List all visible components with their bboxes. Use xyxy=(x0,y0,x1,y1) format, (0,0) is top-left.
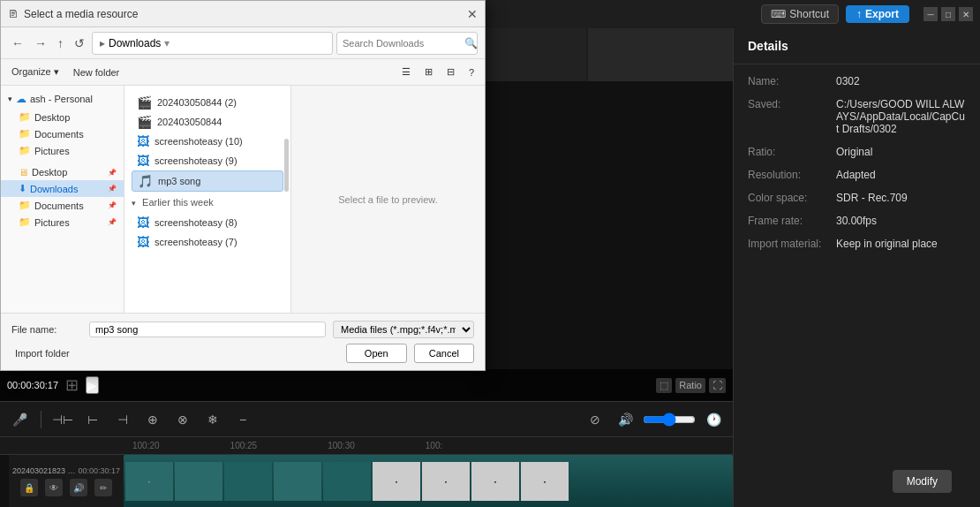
split-button[interactable]: ⊣⊢ xyxy=(50,407,75,432)
file-row-0[interactable]: 🎬 202403050844 (2) xyxy=(132,93,283,112)
import-value: Keep in original place xyxy=(836,238,966,250)
import-folder-button[interactable]: Import folder xyxy=(11,344,73,363)
fullscreen-button[interactable]: ⛶ xyxy=(709,378,726,393)
volume-button[interactable]: 🔊 xyxy=(613,407,637,432)
new-folder-button[interactable]: New folder xyxy=(70,65,124,79)
lock-icon[interactable]: 🔒 xyxy=(20,479,38,496)
trim-button[interactable]: ⊢ xyxy=(80,407,105,432)
eye-icon[interactable]: 👁 xyxy=(45,479,63,496)
filename-input[interactable] xyxy=(89,322,326,337)
dialog-bottom: File name: Media files (*.mpg;*.f4v;*.mo… xyxy=(1,313,485,370)
detail-ratio-row: Ratio: Original xyxy=(748,146,966,158)
sidebar-label-pictures-2: Pictures xyxy=(34,217,70,228)
sidebar-item-pictures-1[interactable]: 📁 Pictures xyxy=(1,142,124,159)
dialog-close-button[interactable]: ✕ xyxy=(467,7,478,21)
filetype-select[interactable]: Media files (*.mpg;*.f4v;*.mov;* xyxy=(333,321,474,338)
dialog-title-text: Select a media resource xyxy=(24,8,462,20)
organize-button[interactable]: Organize ▾ xyxy=(8,64,63,79)
preview-controls: ⬚ Ratio ⛶ xyxy=(656,378,726,393)
view-list-button[interactable]: ☰ xyxy=(398,64,414,79)
forward-button[interactable]: → xyxy=(31,34,50,52)
file-row-4[interactable]: 🎵 mp3 song xyxy=(132,170,283,192)
up-button[interactable]: ↑ xyxy=(54,34,67,52)
modify-button[interactable]: Modify xyxy=(893,470,952,493)
expand-icon: ▾ xyxy=(8,95,12,103)
help-button[interactable]: ? xyxy=(465,65,478,79)
minimize-button[interactable]: ─ xyxy=(923,7,938,21)
ratio-button[interactable]: Ratio xyxy=(675,378,705,393)
sidebar-label-pictures-1: Pictures xyxy=(34,146,70,156)
track-name: 202403021823 (1).mp4 xyxy=(12,466,78,475)
sidebar-item-downloads[interactable]: ⬇ Downloads 📌 xyxy=(1,180,124,197)
track-content[interactable]: ▪ ▪ ▪ ▪ ▪ xyxy=(124,455,733,507)
breadcrumb-text: Downloads xyxy=(109,37,161,49)
colorspace-value: SDR - Rec.709 xyxy=(836,192,966,204)
track-label-top: 202403021823 (1).mp4 00:00:30:17 xyxy=(12,466,120,475)
crop-button[interactable]: ⬚ xyxy=(656,378,672,393)
volume-slider[interactable] xyxy=(643,412,696,427)
sidebar-label-desktop-2: Desktop xyxy=(32,167,67,178)
open-button[interactable]: Open xyxy=(346,344,407,363)
minus-button[interactable]: − xyxy=(230,407,255,432)
sidebar-item-documents-1[interactable]: 📁 Documents xyxy=(1,125,124,142)
toolbar-row: 🎤 ⊣⊢ ⊢ ⊣ ⊕ ⊗ ❄ − ⊘ 🔊 🕐 xyxy=(0,401,733,436)
folder-icon-1: 📁 xyxy=(19,111,31,123)
sidebar-label-desktop-1: Desktop xyxy=(34,112,70,123)
sidebar-item-desktop-1[interactable]: 📁 Desktop xyxy=(1,109,124,125)
file-row-2[interactable]: 🖼 screenshoteasy (10) xyxy=(132,132,283,151)
name-label: Name: xyxy=(748,75,836,87)
shortcut-button[interactable]: ⌨ Shortcut xyxy=(761,4,839,24)
view-details-button[interactable]: ⊟ xyxy=(443,64,458,79)
trim-right-button[interactable]: ⊣ xyxy=(110,407,135,432)
sidebar-label-downloads: Downloads xyxy=(30,184,78,194)
dialog-preview-hint: Select a file to preview. xyxy=(338,194,438,205)
earlier-section-label: ▾ Earlier this week xyxy=(132,195,283,209)
search-input[interactable] xyxy=(343,38,464,49)
view-grid-button[interactable]: ⊞ xyxy=(421,64,436,79)
sidebar-item-documents-2[interactable]: 📁 Documents 📌 xyxy=(1,197,124,214)
refresh-button[interactable]: ↺ xyxy=(71,34,88,52)
sidebar-item-desktop-2[interactable]: 🖥 Desktop 📌 xyxy=(1,164,124,180)
play-button[interactable]: ▶ xyxy=(86,376,99,394)
saved-value: C:/Users/GOOD WILL ALWAYS/AppData/Local/… xyxy=(836,98,966,135)
track-label: 202403021823 (1).mp4 00:00:30:17 🔒 👁 🔊 ✏ xyxy=(9,455,124,507)
filename-row: File name: Media files (*.mpg;*.f4v;*.mo… xyxy=(11,321,474,338)
details-body: Name: 0302 Saved: C:/Users/GOOD WILL ALW… xyxy=(734,64,980,456)
edit-icon[interactable]: ✏ xyxy=(94,479,112,496)
sidebar-group-root[interactable]: ▾ ☁ ash - Personal xyxy=(1,89,124,109)
mic-button[interactable]: 🎤 xyxy=(7,407,32,432)
file-name-1: 202403050844 xyxy=(157,117,278,127)
framerate-value: 30.00fps xyxy=(836,215,966,227)
maximize-button[interactable]: □ xyxy=(941,7,955,21)
file-row-earlier-1[interactable]: 🖼 screenshoteasy (7) xyxy=(132,232,283,252)
dialog-file-area[interactable]: 🎬 202403050844 (2) 🎬 202403050844 🖼 scre… xyxy=(124,86,290,313)
copy-button[interactable]: ⊕ xyxy=(140,407,165,432)
pin-icon-3: 📌 xyxy=(108,201,117,209)
file-row-earlier-0[interactable]: 🖼 screenshoteasy (8) xyxy=(132,213,283,232)
close-button[interactable]: ✕ xyxy=(959,7,973,21)
zoom-button[interactable]: ⊘ xyxy=(583,407,607,432)
clock-button[interactable]: 🕐 xyxy=(701,407,726,432)
file-name-3: screenshoteasy (9) xyxy=(155,155,278,166)
sidebar-item-pictures-2[interactable]: 📁 Pictures 📌 xyxy=(1,214,124,231)
dialog-sidebar: ▾ ☁ ash - Personal 📁 Desktop 📁 Documents… xyxy=(1,86,124,313)
file-row-3[interactable]: 🖼 screenshoteasy (9) xyxy=(132,151,283,170)
folder-icon-desktop-2: 🖥 xyxy=(19,167,28,178)
file-name-earlier-0: screenshoteasy (8) xyxy=(155,217,278,228)
audio-icon[interactable]: 🔊 xyxy=(70,479,87,496)
audio-icon-4: 🎵 xyxy=(138,174,153,188)
scrollbar-thumb[interactable] xyxy=(284,139,289,192)
file-list-wrapper: 🎬 202403050844 (2) 🎬 202403050844 🖼 scre… xyxy=(124,86,485,313)
detach-button[interactable]: ⊗ xyxy=(170,407,195,432)
preview-controls-bar: 00:00:30:17 ⊞ ▶ ⬚ Ratio ⛶ xyxy=(0,369,733,401)
file-row-1[interactable]: 🎬 202403050844 xyxy=(132,112,283,132)
back-button[interactable]: ← xyxy=(8,34,27,52)
sidebar-root-label: ash - Personal xyxy=(30,94,93,104)
ruler-mark-2: 100:25 xyxy=(230,441,258,450)
file-name-earlier-1: screenshoteasy (7) xyxy=(155,237,278,247)
cancel-button[interactable]: Cancel xyxy=(414,344,474,363)
export-button[interactable]: ↑ Export xyxy=(846,5,909,23)
breadcrumb-path[interactable]: ▸ Downloads ▾ xyxy=(92,32,333,55)
details-panel: Details Name: 0302 Saved: C:/Users/GOOD … xyxy=(733,28,980,507)
freeze-button[interactable]: ❄ xyxy=(200,407,225,432)
